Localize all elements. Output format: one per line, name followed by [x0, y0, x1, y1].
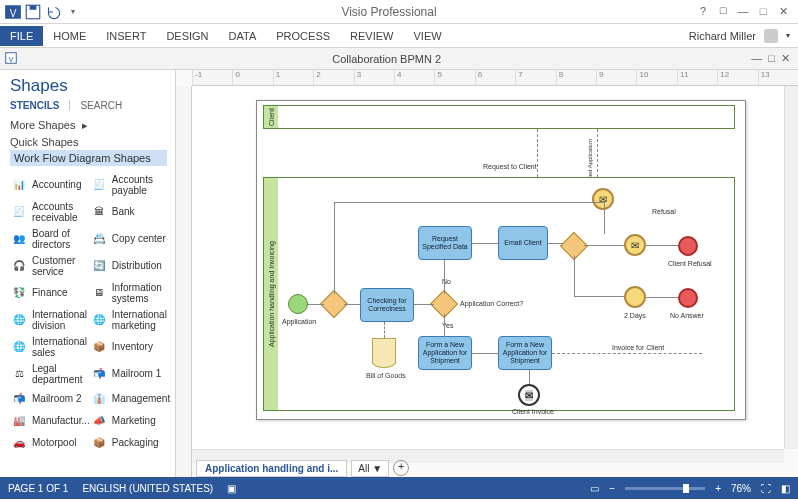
ribbon-collapse-icon[interactable]: ▢ — [716, 5, 730, 18]
message-event-refusal[interactable]: ✉ — [624, 234, 646, 256]
tab-review[interactable]: REVIEW — [340, 26, 403, 46]
task-email-client[interactable]: Email Client — [498, 226, 548, 260]
task-form-app-1[interactable]: Form a New Application for Shipment — [418, 336, 472, 370]
shape-label: Marketing — [112, 416, 170, 427]
tab-insert[interactable]: INSERT — [96, 26, 156, 46]
doc-restore-icon[interactable]: □ — [768, 52, 775, 65]
tab-file[interactable]: FILE — [0, 26, 43, 46]
shape-label: Mailroom 2 — [32, 394, 90, 405]
shape-item[interactable]: 📬Mailroom 1 — [90, 361, 170, 388]
document-icon[interactable]: V — [0, 51, 22, 67]
presentation-mode-icon[interactable]: ▭ — [590, 483, 599, 494]
shape-item[interactable]: 🏭Manufactur... — [10, 410, 90, 432]
pool-client[interactable]: Client — [263, 105, 735, 129]
message-event-invoice[interactable]: ✉ — [518, 384, 540, 406]
shape-item[interactable]: 📣Marketing — [90, 410, 170, 432]
shape-item[interactable]: 👥Board of directors — [10, 226, 90, 253]
sheet-tab-active[interactable]: Application handling and i... — [196, 460, 347, 477]
seq-flow — [344, 304, 360, 305]
stencil-header[interactable]: Work Flow Diagram Shapes — [10, 150, 167, 166]
shape-item[interactable]: 🖥Information systems — [90, 280, 170, 307]
pool-client-label: Client — [264, 106, 278, 128]
shape-item[interactable]: 📇Copy center — [90, 226, 170, 253]
quick-shapes-link[interactable]: Quick Shapes — [10, 136, 167, 148]
shape-item[interactable]: 🧾Accounts payable — [90, 172, 170, 199]
end-event-refusal[interactable] — [678, 236, 698, 256]
user-dropdown-icon[interactable]: ▾ — [786, 31, 790, 40]
shape-label: Accounts payable — [112, 175, 170, 196]
label-client-invoice: Client Invoice — [508, 408, 558, 415]
shape-icon: 🚗 — [10, 435, 28, 451]
status-bar: PAGE 1 OF 1 ENGLISH (UNITED STATES) ▣ ▭ … — [0, 477, 798, 499]
shape-item[interactable]: 🌐International sales — [10, 334, 90, 361]
data-object-bill[interactable] — [372, 338, 396, 368]
shape-icon: ⚖ — [10, 367, 28, 383]
tab-process[interactable]: PROCESS — [266, 26, 340, 46]
fit-page-icon[interactable]: ⛶ — [761, 483, 771, 494]
shape-item[interactable]: 🌐International division — [10, 307, 90, 334]
timer-event[interactable] — [624, 286, 646, 308]
shape-item[interactable]: 🔄Distribution — [90, 253, 170, 280]
zoom-slider[interactable] — [625, 487, 705, 490]
help-icon[interactable]: ? — [696, 5, 710, 18]
ruler-tick: 10 — [636, 70, 676, 85]
message-event-send[interactable]: ✉ — [592, 188, 614, 210]
tab-view[interactable]: VIEW — [403, 26, 451, 46]
maximize-icon[interactable]: □ — [756, 5, 770, 18]
end-event-noanswer[interactable] — [678, 288, 698, 308]
shape-item[interactable]: 📊Accounting — [10, 172, 90, 199]
user-avatar-icon[interactable] — [764, 29, 778, 43]
ruler-tick: 2 — [313, 70, 353, 85]
ribbon-tabs: FILE HOME INSERT DESIGN DATA PROCESS REV… — [0, 24, 798, 48]
shape-item[interactable]: 📬Mailroom 2 — [10, 388, 90, 410]
shape-item[interactable]: 🎧Customer service — [10, 253, 90, 280]
tab-data[interactable]: DATA — [219, 26, 267, 46]
label-2days: 2 Days — [624, 312, 646, 319]
shape-item[interactable]: 🚗Motorpool — [10, 432, 90, 454]
add-sheet-icon[interactable]: + — [393, 460, 409, 476]
tab-design[interactable]: DESIGN — [156, 26, 218, 46]
stencils-tab[interactable]: STENCILS — [10, 100, 70, 111]
shape-item[interactable]: 👔Management — [90, 388, 170, 410]
shape-item[interactable]: 🌐International marketing — [90, 307, 170, 334]
drawing-canvas[interactable]: Client Request to Client Specified Appli… — [192, 86, 784, 463]
macro-record-icon[interactable]: ▣ — [227, 483, 236, 494]
shape-item[interactable]: 💱Finance — [10, 280, 90, 307]
shape-item[interactable]: 📦Packaging — [90, 432, 170, 454]
task-checking[interactable]: Checking for Correctness — [360, 288, 414, 322]
shape-item[interactable]: 🧾Accounts receivable — [10, 199, 90, 226]
seq-flow — [472, 243, 498, 244]
shape-item[interactable]: ⚖Legal department — [10, 361, 90, 388]
task-form-app-2[interactable]: Form a New Application for Shipment — [498, 336, 552, 370]
scrollbar-vertical[interactable] — [784, 86, 798, 449]
qat-dropdown-icon[interactable]: ▾ — [64, 3, 82, 21]
close-icon[interactable]: ✕ — [776, 5, 790, 18]
shape-item[interactable]: 🏛Bank — [90, 199, 170, 226]
shape-item[interactable]: 📦Inventory — [90, 334, 170, 361]
zoom-level[interactable]: 76% — [731, 483, 751, 494]
zoom-in-icon[interactable]: + — [715, 483, 721, 494]
doc-minimize-icon[interactable]: — — [751, 52, 762, 65]
task-request-data[interactable]: Request Specified Data — [418, 226, 472, 260]
shape-label: International marketing — [112, 310, 170, 331]
pool-main[interactable]: Application handling and Invoicing Appli… — [263, 177, 735, 411]
shape-label: Distribution — [112, 261, 170, 272]
status-language[interactable]: ENGLISH (UNITED STATES) — [82, 483, 213, 494]
sheet-tab-all[interactable]: All ▼ — [351, 460, 389, 477]
shape-label: Bank — [112, 207, 170, 218]
minimize-icon[interactable]: — — [736, 5, 750, 18]
zoom-out-icon[interactable]: − — [609, 483, 615, 494]
shape-label: Motorpool — [32, 438, 90, 449]
search-tab[interactable]: SEARCH — [80, 100, 122, 111]
undo-icon[interactable] — [44, 3, 62, 21]
shape-label: Board of directors — [32, 229, 90, 250]
visio-app-icon[interactable]: V — [4, 3, 22, 21]
status-page[interactable]: PAGE 1 OF 1 — [8, 483, 68, 494]
start-event[interactable] — [288, 294, 308, 314]
tab-home[interactable]: HOME — [43, 26, 96, 46]
doc-close-icon[interactable]: ✕ — [781, 52, 790, 65]
pan-zoom-icon[interactable]: ◧ — [781, 483, 790, 494]
save-icon[interactable] — [24, 3, 42, 21]
user-name[interactable]: Richard Miller — [689, 30, 756, 42]
more-shapes-link[interactable]: More Shapes ▸ — [10, 119, 167, 132]
